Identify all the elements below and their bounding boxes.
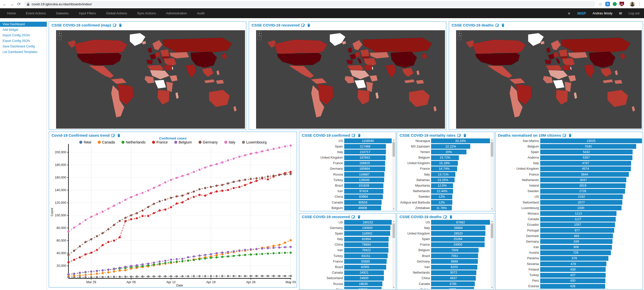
extension-icons: S UD ⋮ [605, 2, 641, 7]
legend-item-luxembourg[interactable]: Luxembourg [242, 140, 267, 144]
current-user[interactable]: Andras Iklody [592, 11, 612, 15]
legend-item-belgium[interactable]: Belgium [174, 140, 192, 144]
data-point [84, 276, 87, 278]
data-point [199, 194, 201, 196]
legend-item-france[interactable]: France [152, 140, 168, 144]
edit-widget-icon[interactable] [352, 133, 356, 137]
delete-widget-icon[interactable] [357, 133, 361, 137]
scroll-up-arrow-icon[interactable]: ▲ [392, 138, 395, 141]
edit-widget-icon[interactable] [563, 133, 566, 137]
address-bar[interactable]: covid-19.iglocska.eu/dashboards/index/ [24, 1, 596, 7]
nav-item-home[interactable]: Home [7, 11, 16, 15]
scroll-down-arrow-icon[interactable]: ▼ [490, 286, 493, 289]
delete-widget-icon[interactable] [463, 133, 467, 137]
edit-widget-icon[interactable] [496, 23, 499, 27]
scroll-down-arrow-icon[interactable]: ▼ [392, 208, 395, 211]
row-label: Netherlands [497, 178, 540, 182]
table-row: Switzerland24500 [300, 276, 392, 281]
legend-item-italy[interactable]: Italy [224, 140, 235, 144]
scroll-down-arrow-icon[interactable]: ▼ [490, 208, 493, 211]
edit-widget-icon[interactable] [301, 23, 305, 27]
row-label: Portugal [497, 229, 540, 232]
data-point [153, 262, 155, 264]
sidebar-item-view-dashboard[interactable]: View Dashboard [0, 22, 47, 27]
sidebar-item-save-dashboard-config[interactable]: Save Dashboard Config [0, 44, 47, 49]
nav-item-galaxies[interactable]: Galaxies [56, 11, 69, 15]
bar-track: 2077 [540, 200, 642, 205]
browser-refresh-button[interactable]: ⟳ [17, 2, 21, 6]
extension-shield-icon[interactable]: UD [620, 2, 624, 6]
bar: 15.18% [431, 161, 458, 166]
bar: 97424 [344, 189, 383, 194]
data-point [278, 244, 281, 246]
scrollbar-thumb[interactable] [392, 142, 395, 157]
delete-widget-icon[interactable] [307, 23, 311, 27]
sidebar-item-add-widget[interactable]: Add Widget [0, 27, 47, 32]
data-point [164, 181, 166, 184]
sidebar-item-export-config-json[interactable]: Export Config JSON [0, 38, 47, 43]
chart-canvas: 20,00040,00060,00080,000100,000120,00014… [49, 132, 297, 287]
delete-widget-icon[interactable] [117, 133, 121, 137]
zoom-in-button[interactable]: + [458, 32, 461, 36]
delete-widget-icon[interactable] [501, 23, 505, 27]
delete-widget-icon[interactable] [449, 215, 453, 219]
browser-back-button[interactable]: ← [3, 2, 7, 6]
delete-widget-icon[interactable] [118, 23, 122, 27]
nav-item-administration[interactable]: Administration [166, 11, 187, 15]
bar-track: 134687 [344, 172, 392, 177]
nav-item-event-actions[interactable]: Event Actions [26, 11, 46, 15]
nav-item-audit[interactable]: Audit [197, 11, 205, 15]
scrollbar-thumb[interactable] [392, 223, 395, 238]
scrollbar-thumb[interactable] [491, 142, 493, 157]
scrollbar[interactable]: ▲▼ [490, 138, 493, 211]
zoom-out-button[interactable]: − [258, 36, 261, 40]
legend-item-total[interactable]: Total [79, 140, 91, 144]
extension-s-icon[interactable]: S [605, 2, 610, 6]
envelope-icon[interactable]: ✉ [619, 11, 622, 15]
edit-widget-icon[interactable] [113, 23, 117, 27]
extension-green-icon[interactable] [613, 2, 617, 6]
edit-widget-icon[interactable] [352, 215, 355, 219]
data-point [278, 275, 281, 277]
favorites-star-icon[interactable]: ★ [567, 11, 571, 16]
scrollbar[interactable]: ▲▼ [392, 220, 395, 289]
scroll-up-arrow-icon[interactable]: ▲ [490, 220, 493, 223]
scroll-down-arrow-icon[interactable]: ▼ [392, 286, 395, 289]
bar: 14.74% [431, 166, 457, 171]
zoom-out-button[interactable]: − [58, 36, 61, 40]
nav-item-input-filters[interactable]: Input Filters [79, 11, 96, 15]
sidebar-item-import-config-json[interactable]: Import Config JSON [0, 33, 47, 38]
row-label: Canada [300, 271, 344, 274]
zoom-in-button[interactable]: + [258, 32, 261, 36]
data-point [141, 192, 144, 194]
delete-widget-icon[interactable] [357, 215, 361, 219]
scrollbar[interactable]: ▲▼ [392, 138, 395, 211]
brand-misp[interactable]: MISP [577, 11, 586, 15]
browser-avatar[interactable] [630, 2, 635, 7]
scrollbar-thumb[interactable] [491, 223, 493, 238]
browser-menu-icon[interactable]: ⋮ [638, 2, 641, 6]
bar-track: 180152 [344, 220, 392, 225]
edit-widget-icon[interactable] [443, 215, 447, 219]
data-point [67, 261, 70, 264]
browser-forward-button[interactable]: → [10, 2, 14, 6]
zoom-out-button[interactable]: − [458, 36, 461, 40]
zoom-in-button[interactable]: + [58, 32, 61, 36]
data-point [210, 275, 212, 277]
logout-link[interactable]: Log out [629, 11, 639, 15]
row-label: Belgium [300, 206, 344, 210]
scroll-up-arrow-icon[interactable]: ▲ [490, 138, 493, 141]
legend-item-netherlands[interactable]: Netherlands [121, 140, 145, 144]
nav-item-sync-actions[interactable]: Sync Actions [137, 11, 156, 15]
delete-widget-icon[interactable] [568, 133, 572, 137]
edit-widget-icon[interactable] [111, 133, 115, 137]
nav-item-global-actions[interactable]: Global Actions [106, 11, 127, 15]
legend-item-canada[interactable]: Canada [98, 140, 115, 144]
legend-item-germany[interactable]: Germany [199, 140, 218, 144]
edit-widget-icon[interactable] [457, 133, 461, 137]
scroll-up-arrow-icon[interactable]: ▲ [392, 220, 395, 223]
sidebar-item-list-dashboard-templates[interactable]: List Dashboard Templates [0, 49, 47, 54]
scrollbar[interactable]: ▲▼ [490, 220, 493, 289]
bookmark-star-icon[interactable]: ☆ [599, 2, 602, 6]
table-row: Italy13.71% [398, 172, 490, 177]
